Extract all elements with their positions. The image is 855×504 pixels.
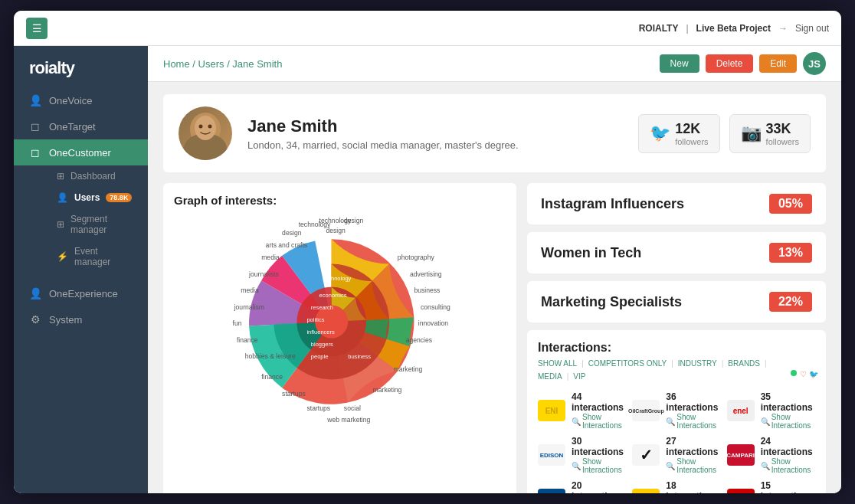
arrow-icon: →: [778, 23, 788, 34]
signout-link[interactable]: Sign out: [795, 23, 829, 34]
sidebar-subitem-dashboard[interactable]: ⊞ Dashboard: [41, 165, 148, 187]
breadcrumb-sep1: /: [192, 58, 198, 70]
segment-icon: ⊞: [57, 219, 64, 230]
user-avatar: JS: [803, 52, 826, 75]
sidebar-sub: ⊞ Dashboard 👤 Users 78.8K ⊞ Segment mana…: [14, 165, 148, 273]
campari-logo: CAMPARI: [727, 444, 755, 466]
filter-brands[interactable]: BRANDS: [728, 359, 760, 368]
sidebar-item-onecustomer[interactable]: ◻ OneCustomer: [14, 139, 148, 165]
event-icon: ⚡: [57, 251, 68, 262]
sidebar-nav: 👤 OneVoice ◻ OneTarget ◻ OneCustomer ⊞ D…: [14, 87, 148, 493]
filter-show-all[interactable]: SHOW ALL: [538, 359, 577, 368]
svg-text:hobbies & leisure: hobbies & leisure: [245, 352, 296, 360]
svg-text:innovation: innovation: [418, 319, 448, 327]
sidebar-item-oneexperience[interactable]: 👤 OneExperience: [14, 280, 148, 306]
sidebar-item-onetarget[interactable]: ◻ OneTarget: [14, 113, 148, 139]
nike-logo: ✓: [632, 444, 660, 466]
a2a-info: 20 interactions 🔍 Show Interactions: [572, 480, 626, 493]
edison-info: 30 interactions 🔍 Show Interactions: [572, 436, 626, 474]
filter-media[interactable]: MEDIA: [538, 372, 562, 381]
svg-text:influencers: influencers: [306, 329, 335, 335]
svg-text:finance: finance: [237, 336, 258, 344]
new-button[interactable]: New: [660, 54, 699, 73]
enel-info: 35 interactions 🔍 Show Interactions: [761, 391, 815, 430]
project-label: |: [686, 23, 688, 34]
sidebar-item-onevoice[interactable]: 👤 OneVoice: [14, 87, 148, 113]
event-label: Event manager: [74, 246, 133, 267]
sidebar-subitem-event[interactable]: ⚡ Event manager: [41, 241, 148, 273]
instagram-label: followers: [766, 137, 799, 146]
oil-show[interactable]: 🔍 Show Interactions: [666, 413, 720, 430]
brand-a2a: A2A 20 interactions 🔍 Show Interactions: [538, 480, 626, 493]
breadcrumb-home[interactable]: Home: [163, 58, 190, 70]
edison-count: 30 interactions: [572, 436, 626, 457]
filter-competitors[interactable]: COMPETITORS ONLY: [588, 359, 667, 368]
enel-show[interactable]: 🔍 Show Interactions: [761, 413, 815, 430]
dot-twitter: 🐦: [809, 370, 815, 376]
brand-campari: CAMPARI 24 interactions 🔍 Show Interacti…: [727, 436, 815, 474]
brand-tesla: T 15 interactions 🔍 Show Interactions: [727, 480, 815, 493]
nike-info: 27 interactions 🔍 Show Interactions: [666, 436, 720, 474]
filter-industry[interactable]: INDUSTRY: [678, 359, 717, 368]
filter-vip[interactable]: VIP: [573, 372, 585, 381]
instagram-info: 33K followers: [766, 121, 799, 146]
twitter-count: 12K: [675, 121, 708, 137]
segment-women: Women in Tech 13%: [527, 232, 826, 273]
sidebar-item-system[interactable]: ⚙ System: [14, 306, 148, 332]
svg-text:social: social: [344, 404, 361, 412]
twitter-icon: 🐦: [650, 123, 670, 143]
eni-logo: ENI: [538, 400, 565, 421]
svg-text:bloggers: bloggers: [311, 341, 333, 348]
breadcrumb-users[interactable]: Users: [198, 58, 224, 70]
two-col-layout: Graph of interests:: [163, 183, 826, 493]
svg-text:economics: economics: [319, 292, 347, 299]
nike-count: 27 interactions: [666, 436, 720, 457]
top-bar-right: ROIALTY | Live Beta Project → Sign out: [639, 23, 829, 34]
svg-text:marketing: marketing: [373, 386, 402, 394]
graph-card: Graph of interests:: [163, 183, 516, 493]
svg-text:research: research: [311, 304, 333, 311]
system-icon: ⚙: [29, 313, 41, 326]
svg-point-2: [195, 116, 216, 140]
instagram-icon: 📷: [741, 123, 762, 143]
nike-show[interactable]: 🔍 Show Interactions: [666, 457, 720, 474]
edison-show[interactable]: 🔍 Show Interactions: [572, 457, 626, 474]
segment-instagram: Instagram Influencers 05%: [527, 183, 826, 224]
dashboard-icon: ⊞: [57, 171, 64, 182]
svg-text:web marketing: web marketing: [326, 416, 370, 424]
profile-section: Jane Smith London, 34, married, social m…: [163, 94, 826, 172]
campari-show[interactable]: 🔍 Show Interactions: [761, 457, 815, 474]
svg-text:business: business: [414, 286, 440, 294]
mtv-count: 18 interactions: [666, 480, 720, 493]
edit-button[interactable]: Edit: [759, 54, 797, 73]
svg-text:design: design: [282, 229, 302, 237]
page-content: Jane Smith London, 34, married, social m…: [148, 82, 841, 493]
oil-logo: OilCraftGroup: [632, 400, 660, 421]
svg-text:journalists: journalists: [248, 270, 279, 278]
onetarget-icon: ◻: [29, 120, 41, 133]
sidebar-subitem-segment[interactable]: ⊞ Segment manager: [41, 208, 148, 241]
oil-info: 36 interactions 🔍 Show Interactions: [666, 391, 720, 430]
interactions-title: Interactions:: [538, 341, 815, 355]
profile-info: Jane Smith London, 34, married, social m…: [247, 116, 519, 151]
eni-show[interactable]: 🔍 Show Interactions: [572, 413, 626, 430]
svg-text:media: media: [241, 286, 259, 294]
menu-button[interactable]: ☰: [26, 18, 48, 39]
profile-details: London, 34, married, social media manage…: [247, 139, 519, 151]
users-label: Users: [74, 192, 100, 203]
dot-green: [791, 370, 797, 376]
eni-count: 44 interactions: [572, 391, 626, 413]
delete-button[interactable]: Delete: [706, 54, 754, 73]
svg-text:design: design: [344, 217, 364, 224]
users-icon: 👤: [57, 192, 68, 203]
svg-text:people: people: [311, 353, 329, 360]
profile-name: Jane Smith: [247, 116, 519, 136]
onevoice-label: OneVoice: [49, 95, 92, 106]
segment-name-marketing: Marketing Specialists: [541, 294, 682, 310]
instagram-badge: 📷 33K followers: [729, 114, 811, 153]
tesla-logo: T: [727, 489, 755, 493]
interactions-card: Interactions: SHOW ALL | COMPETITORS ONL…: [527, 330, 826, 493]
eni-info: 44 interactions 🔍 Show Interactions: [572, 391, 626, 430]
sidebar-subitem-users[interactable]: 👤 Users 78.8K: [41, 187, 148, 208]
pie-chart: design photography advertising business …: [174, 214, 506, 429]
